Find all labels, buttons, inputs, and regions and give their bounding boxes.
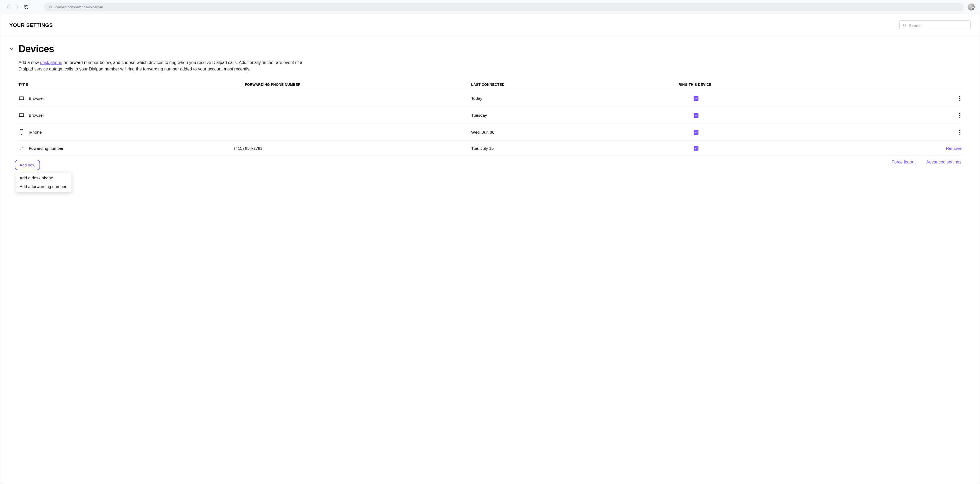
col-type: TYPE — [19, 80, 245, 90]
col-last: LAST CONNECTED — [471, 80, 679, 90]
section-title: Devices — [19, 43, 54, 54]
desk-phone-link[interactable]: desk phone — [40, 60, 62, 65]
row-menu-button[interactable] — [958, 95, 961, 102]
back-button[interactable] — [5, 4, 11, 10]
last-connected: Wed, Jun 30 — [471, 124, 679, 141]
device-type: Browser — [29, 96, 44, 101]
advanced-settings-link[interactable]: Advanced settings — [926, 160, 961, 165]
hash-icon — [19, 146, 24, 151]
svg-point-2 — [904, 24, 905, 26]
device-type: Fowarding number — [29, 146, 64, 151]
search-placeholder: Search — [909, 23, 922, 28]
section-description: Add a new desk phone or forward number b… — [19, 59, 311, 72]
row-menu-button[interactable] — [958, 129, 961, 136]
last-connected: Tuesday — [471, 107, 679, 124]
ring-checkbox[interactable] — [694, 96, 698, 101]
ring-checkbox[interactable] — [694, 113, 698, 118]
table-row: Fowarding number(415) 854-2783Tue, July … — [19, 141, 961, 156]
svg-line-1 — [52, 8, 52, 9]
phone-icon — [19, 130, 24, 135]
browser-toolbar: dialpad.com/settings/voicemail — [0, 0, 980, 14]
url-bar[interactable]: dialpad.com/settings/voicemail — [44, 3, 964, 11]
table-row: iPhoneWed, Jun 30 — [19, 124, 961, 141]
forwarding-number — [234, 107, 460, 124]
last-connected: Tue, July 15 — [471, 141, 679, 156]
device-type: Browser — [29, 113, 44, 118]
reload-button[interactable] — [24, 4, 29, 10]
table-row: BrowserToday — [19, 90, 961, 107]
search-icon — [49, 5, 52, 9]
search-input[interactable]: Search — [899, 21, 970, 30]
row-menu-button[interactable] — [958, 112, 961, 119]
search-icon — [903, 23, 907, 27]
remove-link[interactable]: Remove — [946, 146, 961, 151]
forwarding-number — [234, 90, 460, 107]
svg-rect-4 — [19, 97, 24, 100]
svg-line-3 — [905, 26, 907, 27]
device-type: iPhone — [29, 130, 41, 135]
col-fwd: FORWARDING PHONE NUMBER — [245, 80, 471, 90]
avatar[interactable] — [968, 3, 975, 11]
col-actions — [886, 80, 961, 90]
devices-table: TYPE FORWARDING PHONE NUMBER LAST CONNEC… — [19, 80, 961, 156]
ring-checkbox[interactable] — [694, 146, 698, 150]
svg-rect-6 — [19, 114, 24, 117]
forward-button[interactable] — [14, 4, 20, 10]
last-connected: Today — [471, 90, 679, 107]
page-title: YOUR SETTINGS — [10, 22, 53, 28]
url-text: dialpad.com/settings/voicemail — [55, 5, 103, 9]
force-logout-link[interactable]: Force logout — [892, 160, 916, 165]
forwarding-number: (415) 854-2783 — [234, 141, 460, 156]
svg-line-12 — [21, 147, 21, 150]
table-row: BrowserTuesday — [19, 107, 961, 124]
col-ring: RING THIS DEVICE — [679, 80, 886, 90]
chevron-down-icon[interactable] — [10, 46, 14, 51]
dropdown-add-forwarding[interactable]: Add a forwarding number — [16, 182, 72, 191]
page-header: YOUR SETTINGS Search — [1, 14, 979, 35]
svg-point-9 — [21, 134, 22, 134]
add-new-dropdown: Add a desk phone Add a forwarding number — [16, 173, 72, 192]
svg-line-13 — [22, 147, 22, 150]
forwarding-number — [234, 124, 460, 141]
dropdown-add-desk-phone[interactable]: Add a desk phone — [16, 174, 72, 182]
laptop-icon — [19, 113, 24, 118]
laptop-icon — [19, 96, 24, 101]
add-new-button[interactable]: Add new — [15, 160, 40, 170]
svg-point-0 — [49, 6, 52, 8]
ring-checkbox[interactable] — [694, 130, 698, 135]
